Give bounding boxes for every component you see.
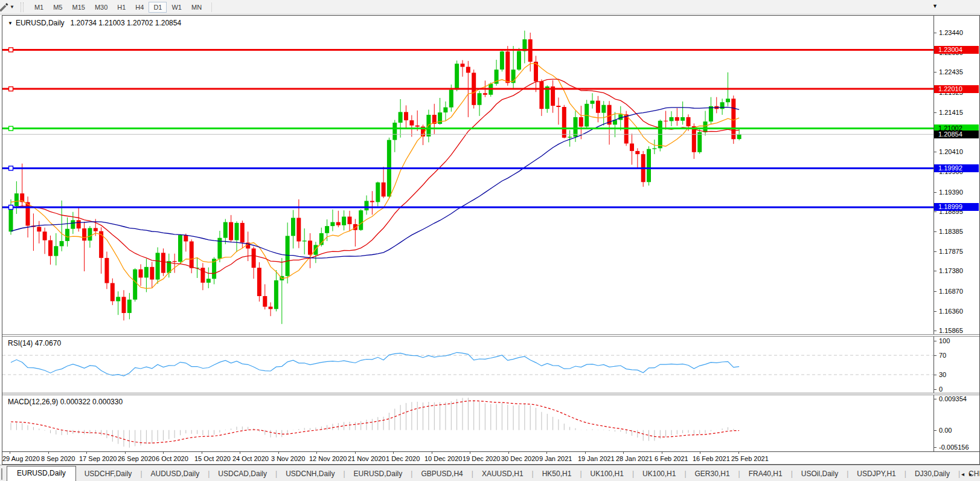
- collapse-arrow-icon[interactable]: ▼: [8, 21, 13, 26]
- price-pane[interactable]: ▼EURUSD,Daily1.20734 1.21003 1.20702 1.2…: [2, 16, 979, 334]
- date-tickmark: [508, 452, 509, 454]
- price-badge-1.19992: 1.19992: [934, 164, 979, 172]
- chart-symbol: EURUSD,Daily: [16, 19, 65, 27]
- date-tickmark: [470, 452, 470, 454]
- date-label: 21 Nov 2020: [348, 455, 385, 462]
- date-tickmark: [48, 452, 49, 454]
- date-label: 24 Oct 2020: [232, 455, 269, 462]
- chart-tab-UK100-H1[interactable]: UK100,H1: [582, 467, 632, 481]
- date-tickmark: [585, 452, 586, 454]
- chart-tab-USDCHF-Daily[interactable]: USDCHF,Daily: [76, 467, 141, 481]
- date-label: 17 Sep 2020: [79, 455, 117, 462]
- macd-tick-label: 0.00: [939, 427, 952, 434]
- price-tick-label: 1.15865: [939, 327, 963, 334]
- price-tickmark: [934, 251, 937, 252]
- candlestick-chart[interactable]: [2, 16, 934, 334]
- price-axis: 1.234401.229301.224351.219251.214151.209…: [934, 16, 979, 334]
- candles-layer: [9, 31, 741, 324]
- chart-tab-USDJPY-H1[interactable]: USDJPY,H1: [848, 467, 904, 481]
- chart-tab-EURUSD-Daily[interactable]: EURUSD,Daily: [7, 466, 76, 481]
- timeframe-button-H1[interactable]: H1: [112, 2, 130, 13]
- rsi-tick-label: 70: [939, 352, 946, 359]
- chart-tab-USDCNH-Daily[interactable]: USDCNH,Daily: [277, 467, 343, 481]
- date-axis: 29 Aug 20208 Sep 202017 Sep 202026 Sep 2…: [2, 451, 979, 464]
- date-label: 6 Oct 2020: [156, 455, 188, 462]
- draw-tool-icon[interactable]: [0, 2, 8, 12]
- chart-tab-AUDUSD-Daily[interactable]: AUDUSD,Daily: [143, 467, 208, 481]
- date-tickmark: [278, 452, 279, 454]
- price-tick-label: 1.21415: [939, 109, 963, 116]
- price-badge-1.18999: 1.18999: [934, 203, 979, 211]
- chart-tab-USOil-Daily[interactable]: USOil,Daily: [793, 467, 847, 481]
- chart-tab-GBPUSD-H4[interactable]: GBPUSD,H4: [412, 467, 471, 481]
- date-label: 30 Dec 2020: [501, 455, 539, 462]
- price-tickmark: [934, 311, 937, 312]
- tabbar-grip: [1, 468, 2, 480]
- macd-label: MACD(12,26,9) 0.000322 0.000330: [8, 398, 123, 406]
- price-tick-label: 1.18385: [939, 228, 963, 235]
- date-tickmark: [240, 452, 240, 454]
- price-tick-label: 1.20410: [939, 148, 963, 155]
- macd-axis: 0.0093540.00-0.005156: [934, 395, 979, 451]
- date-tickmark: [316, 452, 317, 454]
- timeframe-button-M30[interactable]: M30: [90, 2, 112, 13]
- rsi-tick-label: 0: [939, 386, 943, 393]
- date-label: 16 Feb 2021: [693, 455, 730, 462]
- price-tick-label: 1.23440: [939, 29, 963, 36]
- timeframe-button-M1[interactable]: M1: [30, 2, 48, 13]
- rsi-tick-label: 100: [939, 337, 950, 344]
- price-tick-label: 1.22435: [939, 68, 963, 76]
- timeframe-button-W1[interactable]: W1: [167, 2, 187, 13]
- chart-tab-UK100-H1[interactable]: UK100,H1: [634, 467, 684, 481]
- price-tickmark: [934, 152, 937, 152]
- timeframe-button-D1[interactable]: D1: [149, 2, 167, 13]
- chart-tab-XAUUSD-H1[interactable]: XAUUSD,H1: [473, 467, 532, 481]
- chart-window: ▼EURUSD,Daily1.20734 1.21003 1.20702 1.2…: [2, 15, 980, 465]
- tab-scroll-right-icon[interactable]: ▸: [969, 471, 977, 477]
- price-tick-label: 1.17380: [939, 267, 963, 274]
- date-tickmark: [163, 452, 164, 454]
- chart-tab-DJ30-Daily[interactable]: DJ30,Daily: [906, 467, 958, 481]
- date-tickmark: [546, 452, 547, 454]
- chart-tab-bar: EURUSD,DailyUSDCHF,Daily|AUDUSD,Daily|US…: [0, 465, 980, 481]
- rsi-axis: 10070300: [934, 337, 979, 393]
- rsi-chart[interactable]: [2, 337, 934, 393]
- rsi-tickmark: [934, 341, 937, 341]
- chart-tab-FRA40-H1[interactable]: FRA40,H1: [740, 467, 791, 481]
- timeframe-button-H4[interactable]: H4: [130, 2, 149, 13]
- tool-dropdown-arrow-icon[interactable]: ▼: [10, 4, 14, 10]
- rsi-label: RSI(14) 47.0670: [8, 339, 61, 347]
- chart-tab-HK50-H1[interactable]: HK50,H1: [534, 467, 580, 481]
- toolbar-overflow-arrow-icon[interactable]: ▼: [932, 3, 938, 9]
- macd-chart[interactable]: [2, 395, 934, 451]
- timeframe-button-M5[interactable]: M5: [48, 2, 67, 13]
- rsi-line: [11, 352, 739, 376]
- chart-tab-GER30-H1[interactable]: GER30,H1: [687, 467, 738, 481]
- price-tick-label: 1.16870: [939, 288, 963, 295]
- price-badge-1.23004: 1.23004: [934, 46, 979, 54]
- chart-tab-EURUSD-Daily[interactable]: EURUSD,Daily: [345, 467, 411, 481]
- date-label: 19 Dec 2020: [463, 455, 500, 462]
- tabs-holder: EURUSD,DailyUSDCHF,Daily|AUDUSD,Daily|US…: [7, 466, 980, 481]
- toolbar-grip: [21, 2, 24, 12]
- rsi-pane[interactable]: RSI(14) 47.0670 10070300: [2, 337, 979, 393]
- date-label: 9 Jan 2021: [539, 455, 572, 462]
- chart-tab-USDCAD-Daily[interactable]: USDCAD,Daily: [210, 467, 275, 481]
- toolbar-separator: [211, 2, 212, 12]
- price-tickmark: [934, 192, 937, 193]
- macd-signal-line: [11, 401, 739, 443]
- date-tickmark: [432, 452, 432, 454]
- date-tickmark: [202, 452, 202, 454]
- date-label: 25 Feb 2021: [731, 455, 769, 462]
- macd-pane[interactable]: MACD(12,26,9) 0.000322 0.000330 0.009354…: [2, 395, 979, 451]
- date-tickmark: [355, 452, 356, 454]
- timeframe-button-M15[interactable]: M15: [67, 2, 89, 13]
- date-tickmark: [700, 452, 700, 454]
- date-tickmark: [623, 452, 624, 454]
- tab-scroll-left-icon[interactable]: ◂: [961, 471, 969, 477]
- price-tickmark: [934, 231, 937, 232]
- timeframe-button-MN[interactable]: MN: [187, 2, 207, 13]
- price-tickmark: [934, 211, 937, 212]
- current-price-badge: 1.20854: [934, 131, 979, 138]
- rsi-tickmark: [934, 375, 937, 375]
